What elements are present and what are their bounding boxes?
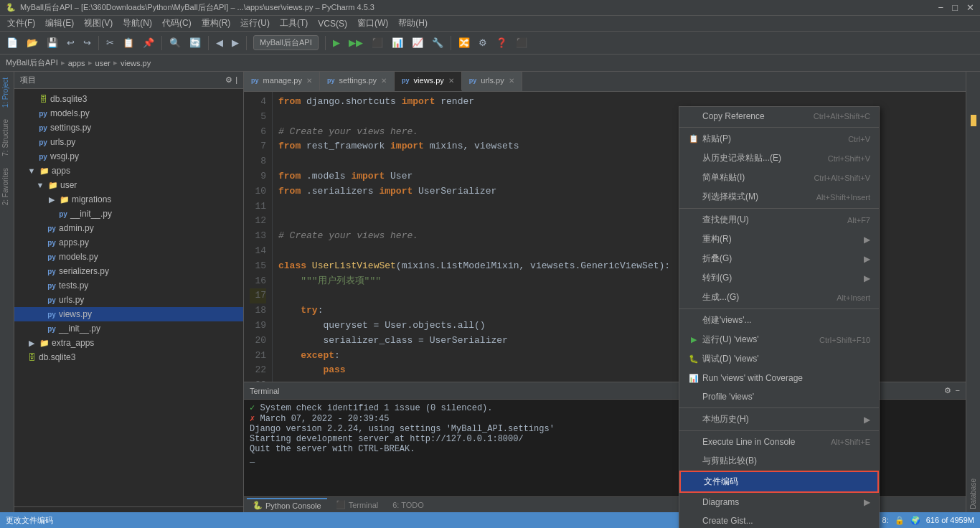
tree-item-apps-py[interactable]: py apps.py bbox=[14, 235, 243, 250]
terminal-settings-icon[interactable]: ⚙ bbox=[944, 386, 951, 395]
tree-item-apps[interactable]: ▼ 📁 apps bbox=[14, 164, 243, 178]
sidebar-tab-project[interactable]: 1: Project bbox=[0, 72, 14, 113]
menu-window[interactable]: 窗口(W) bbox=[353, 16, 392, 31]
tree-item-tests[interactable]: py tests.py bbox=[14, 278, 243, 293]
tree-item-wsgi[interactable]: py wsgi.py bbox=[14, 149, 243, 164]
toolbar-project-selector[interactable]: MyBall后台API bbox=[253, 35, 319, 50]
ctx-paste-history[interactable]: 从历史记录粘贴...(E) Ctrl+Shift+V bbox=[679, 148, 879, 168]
ctx-folding[interactable]: 折叠(G) ▶ bbox=[679, 249, 879, 268]
maximize-button[interactable]: □ bbox=[952, 2, 958, 13]
title-bar-controls[interactable]: − □ ✕ bbox=[938, 2, 974, 13]
menu-navigate[interactable]: 导航(N) bbox=[118, 16, 156, 31]
toolbar-profile[interactable]: 📈 bbox=[408, 34, 427, 52]
toolbar-stop[interactable]: ⬛ bbox=[368, 34, 387, 52]
toolbar-forward[interactable]: ▶ bbox=[228, 34, 242, 52]
tree-item-admin[interactable]: py admin.py bbox=[14, 221, 243, 235]
project-settings-icon[interactable]: ⚙ bbox=[225, 75, 232, 85]
toolbar-new[interactable]: 📄 bbox=[3, 34, 22, 52]
bottom-tab-terminal[interactable]: ⬛ Terminal bbox=[330, 499, 385, 511]
ctx-create-views[interactable]: 创建'views'... bbox=[679, 311, 879, 330]
ctx-generate[interactable]: 生成...(G) Alt+Insert bbox=[679, 288, 879, 307]
tree-item-extra-apps[interactable]: ▶ 📁 extra_apps bbox=[14, 336, 243, 350]
toolbar-run[interactable]: ▶ bbox=[329, 34, 344, 52]
menu-file[interactable]: 文件(F) bbox=[3, 16, 39, 31]
tab-close-icon[interactable]: ✕ bbox=[448, 77, 454, 85]
toolbar-replace[interactable]: 🔄 bbox=[186, 34, 204, 52]
toolbar-back[interactable]: ◀ bbox=[212, 34, 227, 52]
terminal-hide-icon[interactable]: − bbox=[956, 386, 960, 395]
ctx-compare-clipboard[interactable]: 与剪贴比较(B) bbox=[679, 451, 879, 471]
toolbar-paste[interactable]: 📌 bbox=[139, 34, 158, 52]
tab-close-icon[interactable]: ✕ bbox=[306, 77, 312, 85]
ctx-paste[interactable]: 📋粘贴(P) Ctrl+V bbox=[679, 129, 879, 148]
ctx-create-gist[interactable]: Create Gist... bbox=[679, 512, 879, 528]
sidebar-tab-favorites[interactable]: 2: Favorites bbox=[0, 162, 14, 211]
ctx-column-mode[interactable]: 列选择模式(M) Alt+Shift+Insert bbox=[679, 187, 879, 207]
tree-item-init-migrations[interactable]: py __init__.py bbox=[14, 207, 243, 221]
ctx-simple-paste[interactable]: 简单粘贴(I) Ctrl+Alt+Shift+V bbox=[679, 168, 879, 187]
tab-urls-py[interactable]: py urls.py ✕ bbox=[462, 72, 522, 91]
breadcrumb-views[interactable]: views.py bbox=[121, 59, 151, 67]
menu-help[interactable]: 帮助(H) bbox=[394, 16, 432, 31]
tree-item-db-root[interactable]: 🗄 db.sqlite3 bbox=[14, 350, 243, 364]
tree-item-models-user[interactable]: py models.py bbox=[14, 250, 243, 264]
ctx-local-history[interactable]: 本地历史(H) ▶ bbox=[679, 410, 879, 429]
ctx-run-views[interactable]: ▶运行(U) 'views' Ctrl+Shift+F10 bbox=[679, 330, 879, 349]
ctx-file-encoding[interactable]: 文件编码 bbox=[679, 471, 879, 493]
toolbar-cut[interactable]: ✂ bbox=[103, 34, 118, 52]
ctx-refactor[interactable]: 重构(R) ▶ bbox=[679, 230, 879, 249]
ctx-find-usages[interactable]: 查找使用(U) Alt+F7 bbox=[679, 210, 879, 230]
ctx-diagrams[interactable]: Diagrams ▶ bbox=[679, 493, 879, 512]
tab-close-icon[interactable]: ✕ bbox=[381, 77, 387, 85]
tree-item-user[interactable]: ▼ 📁 user bbox=[14, 178, 243, 192]
tab-views-py[interactable]: py views.py ✕ bbox=[395, 72, 462, 91]
tree-item-views[interactable]: py views.py bbox=[14, 307, 243, 321]
tab-close-icon[interactable]: ✕ bbox=[509, 77, 514, 85]
tree-item-serializers[interactable]: py serializers.py bbox=[14, 264, 243, 278]
toolbar-run-alt[interactable]: ▶▶ bbox=[345, 34, 367, 52]
ctx-execute-line[interactable]: Execute Line in Console Alt+Shift+E bbox=[679, 433, 879, 451]
toolbar-ant[interactable]: 🔧 bbox=[428, 34, 447, 52]
ctx-debug-views[interactable]: 🐛调试(D) 'views' bbox=[679, 349, 879, 369]
toolbar-help[interactable]: ❓ bbox=[492, 34, 511, 52]
tab-settings-py[interactable]: py settings.py ✕ bbox=[320, 72, 395, 91]
tree-item-urls-user[interactable]: py urls.py bbox=[14, 293, 243, 307]
tree-item-db-sqlite3[interactable]: 🗄 db.sqlite3 bbox=[14, 92, 243, 106]
tree-item-init-user[interactable]: py __init__.py bbox=[14, 321, 243, 336]
toolbar-open[interactable]: 📂 bbox=[23, 34, 42, 52]
tree-item-migrations[interactable]: ▶ 📁 migrations bbox=[14, 192, 243, 207]
ctx-goto[interactable]: 转到(G) ▶ bbox=[679, 268, 879, 288]
close-button[interactable]: ✕ bbox=[966, 2, 974, 13]
tree-item-urls-root[interactable]: py urls.py bbox=[14, 135, 243, 149]
bottom-tab-python-console[interactable]: 🐍 Python Console bbox=[247, 498, 327, 512]
toolbar-coverage[interactable]: 📊 bbox=[388, 34, 407, 52]
tab-manage-py[interactable]: py manage.py ✕ bbox=[244, 72, 320, 91]
toolbar-find[interactable]: 🔍 bbox=[166, 34, 184, 52]
tree-item-models[interactable]: py models.py bbox=[14, 106, 243, 121]
tree-item-settings[interactable]: py settings.py bbox=[14, 121, 243, 135]
sidebar-tab-structure[interactable]: 7: Structure bbox=[0, 113, 14, 162]
ctx-copy-reference[interactable]: Copy Reference Ctrl+Alt+Shift+C bbox=[679, 107, 879, 126]
menu-tools[interactable]: 工具(T) bbox=[275, 16, 312, 31]
menu-view[interactable]: 视图(V) bbox=[80, 16, 117, 31]
menu-refactor[interactable]: 重构(R) bbox=[197, 16, 235, 31]
breadcrumb-apps[interactable]: apps bbox=[68, 59, 85, 67]
menu-vcs[interactable]: VCS(S) bbox=[314, 17, 352, 30]
project-gear-icon[interactable]: | bbox=[235, 75, 237, 85]
project-scrollbar[interactable] bbox=[14, 506, 243, 512]
minimize-button[interactable]: − bbox=[938, 2, 944, 13]
toolbar-terminal[interactable]: ⬛ bbox=[512, 34, 531, 52]
database-tab[interactable]: Database bbox=[966, 476, 980, 512]
ctx-profile-views[interactable]: Profile 'views' bbox=[679, 387, 879, 406]
ctx-run-coverage[interactable]: 📊Run 'views' with Coverage bbox=[679, 369, 879, 387]
toolbar-redo[interactable]: ↪ bbox=[80, 34, 95, 52]
menu-run[interactable]: 运行(U) bbox=[236, 16, 274, 31]
toolbar-copy[interactable]: 📋 bbox=[119, 34, 138, 52]
bottom-tab-todo[interactable]: 6: TODO bbox=[387, 499, 430, 511]
breadcrumb-user[interactable]: user bbox=[95, 59, 110, 67]
toolbar-vcs[interactable]: 🔀 bbox=[455, 34, 473, 52]
menu-code[interactable]: 代码(C) bbox=[158, 16, 196, 31]
toolbar-undo[interactable]: ↩ bbox=[63, 34, 78, 52]
breadcrumb-project[interactable]: MyBall后台API bbox=[6, 57, 58, 68]
toolbar-save[interactable]: 💾 bbox=[43, 34, 62, 52]
